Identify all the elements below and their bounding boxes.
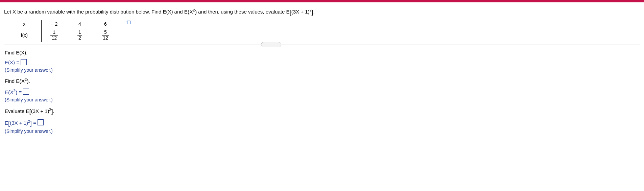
table-row: f(x) 1 12 1 2 5 12 [7, 29, 118, 42]
step2-equation: E(X2) = [5, 88, 640, 97]
step1-equation: E(X) = [5, 59, 640, 67]
s2-pc: ) [27, 78, 29, 85]
fx-label: f(x) [7, 29, 41, 42]
answer-input-ex2[interactable] [23, 89, 29, 95]
s3-bc: ] [51, 108, 53, 115]
step3-hint: (Simplify your answer.) [5, 128, 640, 134]
q-inner1: (3X + 1) [291, 9, 310, 15]
step2-prompt: Find E(X2). [5, 77, 640, 85]
s2-base: X [21, 78, 25, 84]
distribution-section: x − 2 4 6 f(x) 1 12 1 2 [4, 20, 640, 42]
s3l-inner: (3X + 1) [10, 120, 28, 126]
content-area: Let X be a random variable with the prob… [0, 2, 644, 134]
q-part1: Let X be a random variable with the prob… [4, 9, 188, 15]
numerator: 1 [50, 30, 58, 35]
fraction: 1 2 [77, 30, 82, 41]
q-part2: and then, using these values, evaluate E [197, 9, 289, 15]
denominator: 12 [102, 35, 109, 41]
s3l-bo: [ [8, 120, 10, 127]
s3l-post: = [32, 120, 36, 126]
q-paren-open: ( [188, 8, 190, 15]
fraction: 5 12 [102, 30, 109, 41]
s3-pre: Evaluate E [5, 108, 29, 114]
s2l-pre: E [5, 89, 8, 95]
top-accent-bar [0, 0, 644, 2]
x-value-0: − 2 [41, 20, 67, 29]
step1-lhs: E(X) = [5, 59, 19, 67]
s2l-post: = [17, 89, 22, 95]
s2-po: ( [19, 78, 21, 85]
s2l-pc: ) [16, 89, 18, 96]
fx-value-1: 1 2 [67, 29, 93, 42]
s3l-bc: ] [30, 120, 32, 127]
step1-prompt: Find E(X). [5, 50, 640, 55]
fx-value-0: 1 12 [41, 29, 67, 42]
copy-icon[interactable] [126, 21, 130, 25]
s3-inner: (3X + 1) [31, 108, 49, 114]
table-row: x − 2 4 6 [7, 20, 118, 29]
fx-value-2: 5 12 [93, 29, 118, 42]
step3-lhs: E[(3X + 1)2] = [5, 118, 36, 127]
denominator: 2 [77, 35, 82, 41]
s2l-base: X [10, 89, 14, 95]
q-period: . [313, 9, 315, 15]
answer-input-final[interactable] [38, 119, 44, 125]
step-3: Evaluate E[(3X + 1)2]. E[(3X + 1)2] = (S… [5, 107, 640, 134]
step-2: Find E(X2). E(X2) = (Simplify your answe… [5, 77, 640, 103]
s2l-po: ( [8, 89, 10, 96]
q-bracket-close: ] [311, 8, 313, 16]
expand-pill[interactable]: . . . . . [261, 42, 281, 47]
q-x2-base: X [190, 9, 193, 15]
svg-rect-1 [127, 21, 130, 24]
x-value-2: 6 [93, 20, 118, 29]
distribution-table: x − 2 4 6 f(x) 1 12 1 2 [7, 20, 118, 42]
answer-input-ex[interactable] [21, 59, 27, 65]
step-1: Find E(X). E(X) = (Simplify your answer.… [5, 50, 640, 73]
s3-post: . [53, 108, 54, 114]
step2-hint: (Simplify your answer.) [5, 97, 640, 102]
s3l-exp: 2 [28, 119, 30, 123]
s3l-pre: E [5, 120, 8, 126]
step1-hint: (Simplify your answer.) [5, 67, 640, 73]
s3-bo: [ [29, 108, 31, 115]
step3-prompt: Evaluate E[(3X + 1)2]. [5, 107, 640, 115]
s2l-exp: 2 [14, 89, 16, 93]
denominator: 12 [50, 35, 58, 41]
q-paren-close: ) [195, 8, 197, 15]
numerator: 5 [102, 30, 109, 35]
x-label: x [7, 20, 41, 29]
answer-section: Find E(X). E(X) = (Simplify your answer.… [4, 50, 640, 134]
s2-pre: Find E [5, 78, 19, 84]
s2-post: . [29, 78, 30, 84]
section-divider: . . . . . [4, 45, 640, 45]
q-bracket-open: [ [290, 8, 291, 16]
x-value-1: 4 [67, 20, 93, 29]
fraction: 1 12 [50, 30, 58, 41]
step2-lhs: E(X2) = [5, 88, 22, 97]
question-text: Let X be a random variable with the prob… [4, 7, 640, 16]
divider-line [4, 45, 640, 45]
step3-equation: E[(3X + 1)2] = [5, 118, 640, 127]
numerator: 1 [77, 30, 82, 35]
